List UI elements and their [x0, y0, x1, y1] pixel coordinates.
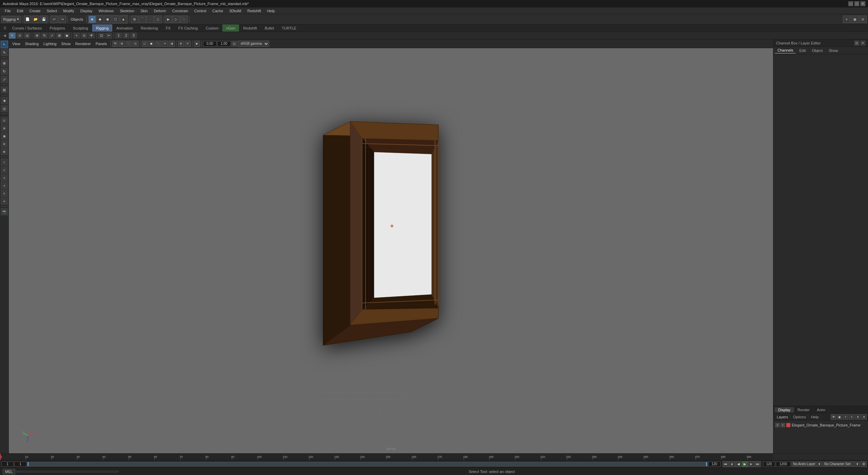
character-set-dropdown[interactable]: No Character Set ▾	[823, 461, 860, 467]
vp-toggle-1[interactable]: ⊕	[178, 41, 184, 47]
num-1-btn[interactable]: 1	[1, 158, 8, 166]
vp-menu-renderer[interactable]: Renderer	[73, 41, 93, 46]
vp-shade-btn[interactable]: ◼	[149, 41, 155, 47]
vp-tex-btn[interactable]: ⬛	[155, 41, 161, 47]
tab-turtle[interactable]: TURTLE	[278, 24, 300, 32]
layer-opt-btn-2[interactable]: ▾	[861, 414, 867, 420]
mode-btn-4[interactable]: ⬡	[112, 16, 119, 23]
anim-layer-dropdown[interactable]: No Anim Layer ▾	[791, 461, 822, 467]
layer-vis-btn-2[interactable]: ◉	[837, 414, 842, 420]
layer-del-btn[interactable]: ×	[849, 414, 854, 420]
menu-3dtoall[interactable]: 3DtoAll	[226, 7, 244, 14]
vp-light-btn[interactable]: ☀	[162, 41, 168, 47]
menu-skin[interactable]: Skin	[138, 7, 150, 14]
render-region-button[interactable]: ▶	[165, 16, 172, 23]
vp-camera-btn[interactable]: 📷	[112, 41, 118, 47]
play-fwd-button[interactable]: ▶	[742, 461, 748, 467]
display-2-btn[interactable]: ⊞	[1, 125, 8, 132]
rotate-tool[interactable]: ↻	[1, 68, 8, 75]
vp-playback-btn[interactable]: ▶	[194, 41, 200, 47]
vp-menu-show[interactable]: Show	[59, 41, 73, 46]
display-tab[interactable]: Display	[775, 407, 794, 413]
display-4-btn[interactable]: ⊟	[1, 140, 8, 148]
color-profile-dropdown[interactable]: sRGB gamma	[238, 41, 269, 47]
show-hide-button[interactable]: 👁	[88, 33, 95, 39]
menu-edit[interactable]: Edit	[14, 7, 26, 14]
start-frame-input[interactable]	[14, 461, 26, 467]
tab-sculpting[interactable]: Sculpting	[69, 24, 92, 32]
soft-mod-button[interactable]: ◉	[63, 33, 70, 39]
vp-wire-btn[interactable]: ◻	[142, 41, 148, 47]
menu-windows[interactable]: Windows	[96, 7, 117, 14]
snap-view-button[interactable]: ◻	[154, 16, 162, 23]
ui-toggle-3[interactable]: ⊟	[859, 16, 867, 23]
redo-button[interactable]: ↪	[59, 16, 66, 23]
layer-opt-btn[interactable]: ▾	[855, 414, 861, 420]
range-handle-left[interactable]	[27, 462, 29, 466]
mode-btn-1[interactable]: ■	[88, 16, 96, 23]
minimize-button[interactable]: ─	[848, 1, 853, 6]
snap-curve-button[interactable]: ⌒	[139, 16, 146, 23]
display-5-btn[interactable]: ⊠	[1, 148, 8, 155]
menu-control[interactable]: Control	[192, 7, 209, 14]
script-input[interactable]	[17, 471, 118, 472]
mode-menu-icon[interactable]: ☰	[1, 24, 8, 32]
vp-menu-lighting[interactable]: Lighting	[41, 41, 59, 46]
paint-ops-tool[interactable]: ✎	[1, 49, 8, 56]
tab-animation[interactable]: Animation	[113, 24, 137, 32]
paint-select-button[interactable]: ◎	[24, 33, 31, 39]
ui-toggle-2[interactable]: ▦	[851, 16, 859, 23]
scale-tool[interactable]: ⤢	[1, 76, 8, 83]
num-3-btn[interactable]: 3	[1, 174, 8, 182]
next-frame-button[interactable]: ⏵	[748, 461, 754, 467]
snap-point-button[interactable]: ·	[146, 16, 154, 23]
options-subtab[interactable]: Options	[791, 414, 808, 420]
vp-icon-1[interactable]: ⊡	[232, 41, 237, 46]
vp-shadow-btn[interactable]: ◑	[169, 41, 175, 47]
render-tab[interactable]: Render	[794, 407, 813, 413]
snap-button[interactable]: ⊙	[81, 33, 87, 39]
vp-menu-panels[interactable]: Panels	[94, 41, 109, 46]
joint-tool-button[interactable]: ⊡	[98, 33, 105, 39]
current-frame-input[interactable]	[1, 461, 14, 467]
panel-float-btn[interactable]: ⊡	[854, 41, 859, 45]
playback-pref-btn[interactable]: ⚙	[861, 461, 867, 467]
close-button[interactable]: ✕	[861, 1, 865, 6]
new-file-button[interactable]: 📄	[24, 16, 31, 23]
tab-rigging[interactable]: Rigging	[92, 24, 112, 32]
snap-grid-button[interactable]: ⊞	[131, 16, 138, 23]
timeline-area[interactable]: 1 10 20 30 40 50 60 70 80 90 1	[0, 453, 868, 460]
end-range-input[interactable]	[708, 461, 721, 467]
vp-film-btn[interactable]: ⬛	[126, 41, 132, 47]
range-handle-right[interactable]	[706, 462, 707, 466]
display-btn-1[interactable]: 1	[115, 33, 122, 39]
vp-toggle-2[interactable]: ✕	[185, 41, 191, 47]
save-file-button[interactable]: 💾	[40, 16, 47, 23]
tab-redshift[interactable]: Redshift	[239, 24, 260, 32]
menu-skeleton[interactable]: Skeleton	[117, 7, 137, 14]
menu-display[interactable]: Display	[78, 7, 95, 14]
pivot-button[interactable]: +	[73, 33, 80, 39]
channels-tab[interactable]: Channels	[775, 48, 796, 54]
num-2-btn[interactable]: 2	[1, 166, 8, 174]
menu-redshift[interactable]: Redshift	[245, 7, 264, 14]
jump-start-button[interactable]: ⏮	[723, 461, 729, 467]
display-btn-3[interactable]: 3	[130, 33, 137, 39]
layer-pvis[interactable]: P	[781, 423, 785, 427]
tab-curves-surfaces[interactable]: Curves / Surfaces	[8, 24, 45, 32]
mode-btn-5[interactable]: ▲	[120, 16, 127, 23]
vp-grid-btn[interactable]: ⊞	[119, 41, 125, 47]
prev-frame-button[interactable]: ⏴	[729, 461, 735, 467]
scale-tool-button[interactable]: ⤢	[48, 33, 55, 39]
layer-color-swatch[interactable]	[786, 423, 790, 427]
undo-button[interactable]: ↩	[51, 16, 58, 23]
vp-menu-shading[interactable]: Shading	[23, 41, 41, 46]
tab-bullet[interactable]: Bullet	[261, 24, 278, 32]
panel-close-btn[interactable]: ✕	[861, 41, 865, 45]
menu-help[interactable]: Help	[264, 7, 278, 14]
coord-x-input[interactable]	[203, 41, 217, 46]
num-6-btn[interactable]: 6	[1, 197, 8, 205]
jump-end-button[interactable]: ⏭	[755, 461, 761, 467]
ik-tool-button[interactable]: ⊢	[105, 33, 112, 39]
rotate-tool-button[interactable]: ↻	[41, 33, 48, 39]
